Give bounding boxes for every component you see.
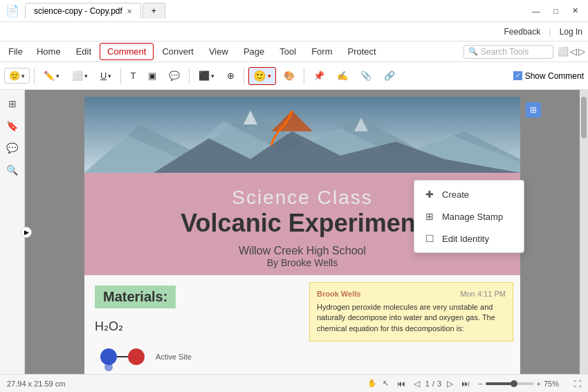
create-stamp-icon: ✚	[424, 189, 435, 200]
content-area: Science Class Volcanic Experiment Willow…	[25, 90, 580, 374]
area-arrow: ▾	[211, 73, 214, 80]
prev-page-btn[interactable]: ◁	[411, 378, 423, 389]
sidebar-bookmark-icon[interactable]: 🔖	[3, 116, 22, 136]
toolbar-separator-4	[244, 68, 244, 84]
toolbar-separator-2	[120, 68, 121, 84]
connector-btn[interactable]: ⊕	[222, 68, 239, 84]
external-link-icon: ⬜	[558, 46, 569, 57]
menu-protect[interactable]: Protect	[340, 44, 383, 59]
eraser-icon: ⬜	[72, 71, 83, 81]
stamp-active-arrow: ▾	[268, 73, 271, 80]
manage-stamp-label: Manage Stamp	[442, 212, 503, 222]
sidebar-pages-icon[interactable]: ⊞	[3, 94, 22, 113]
annotate-btn[interactable]: ✏️▾	[39, 68, 64, 84]
select-tool-icon[interactable]: ↖	[383, 379, 389, 388]
textbox-icon: ▣	[148, 71, 156, 81]
comment-header: Brook Wells Mon 4:11 PM	[317, 290, 506, 298]
area-btn[interactable]: ⬛▾	[194, 68, 219, 84]
next-page-btn[interactable]: ▷	[444, 378, 456, 389]
zoom-out-btn[interactable]: −	[478, 380, 482, 388]
title-bar-left: 📄 science-copy - Copy.pdf ✕ +	[6, 3, 165, 19]
menu-page[interactable]: Page	[237, 44, 271, 59]
zoom-area: − + 75%	[478, 380, 568, 388]
underline-btn[interactable]: U▾	[95, 68, 116, 84]
materials-left: Materials: H₂O₂	[84, 275, 302, 374]
link-icon: 🔗	[384, 71, 395, 81]
stamp-dropdown-menu: ✚ Create ⊞ Manage Stamp ☐ Edit Identity	[414, 180, 524, 253]
svg-point-7	[100, 348, 117, 365]
tab-close-button[interactable]: ✕	[127, 8, 132, 15]
comment-note: Brook Wells Mon 4:11 PM Hydrogen peroxid…	[309, 282, 513, 342]
eraser-arrow: ▾	[84, 73, 88, 80]
page-header-image	[84, 97, 520, 173]
paint-btn[interactable]: 🎨	[279, 68, 300, 84]
stamp-dropdown-arrow: ▾	[21, 73, 25, 80]
hand-tool-icon[interactable]: ✋	[367, 379, 377, 388]
create-stamp-item[interactable]: ✚ Create	[414, 183, 524, 205]
sidebar-search-icon[interactable]: 🔍	[3, 160, 22, 180]
zoom-slider[interactable]	[486, 382, 534, 385]
first-page-btn[interactable]: ⏮	[394, 378, 408, 389]
eraser-btn[interactable]: ⬜▾	[67, 68, 93, 84]
show-comment-checkbox[interactable]	[513, 71, 522, 80]
sidebar-comment-icon[interactable]: 💬	[3, 138, 22, 158]
last-page-btn[interactable]: ⏭	[459, 378, 472, 389]
paint-icon: 🎨	[284, 71, 295, 81]
login-link[interactable]: Log In	[560, 27, 582, 37]
comment-author: Brook Wells	[317, 290, 360, 298]
menu-bar: File Home Edit Comment Convert View Page…	[0, 41, 588, 62]
title-bar: 📄 science-copy - Copy.pdf ✕ + — □ ✕	[0, 0, 588, 22]
stamp-icon: 🙂	[9, 71, 20, 81]
menu-edit[interactable]: Edit	[69, 44, 98, 59]
pin-btn[interactable]: 📌	[309, 68, 329, 84]
nav-back-icon[interactable]: ◁	[570, 46, 577, 57]
signature-btn[interactable]: ✍	[332, 68, 353, 84]
close-button[interactable]: ✕	[568, 5, 582, 17]
minimize-button[interactable]: —	[528, 6, 544, 17]
zoom-slider-fill	[486, 382, 513, 385]
link-btn[interactable]: 🔗	[379, 68, 400, 84]
show-comment-label: Show Comment	[525, 71, 584, 81]
page-overlay-button[interactable]: ⊞	[526, 102, 541, 118]
stamp-tool-btn[interactable]: 🙂 ▾	[5, 68, 29, 83]
formula-area: H₂O₂ Active Site	[95, 319, 292, 374]
menu-comment[interactable]: Comment	[100, 43, 154, 60]
active-tab[interactable]: science-copy - Copy.pdf ✕	[25, 3, 141, 19]
area-icon: ⬛	[199, 71, 210, 81]
maximize-button[interactable]: □	[549, 6, 562, 17]
attachment-btn[interactable]: 📎	[356, 68, 376, 84]
comment-text: Hydrogen peroxide molecules are very uns…	[317, 302, 506, 334]
right-scrollbar[interactable]	[580, 90, 588, 374]
zoom-in-btn[interactable]: +	[537, 380, 541, 388]
menu-convert[interactable]: Convert	[155, 44, 201, 59]
textbox-btn[interactable]: ▣	[143, 68, 161, 84]
nav-forward-icon[interactable]: ▷	[578, 46, 585, 57]
search-tools-placeholder: Search Tools	[481, 47, 529, 57]
mountain-svg	[84, 97, 520, 173]
feedback-divider: |	[549, 26, 551, 37]
signature-icon: ✍	[337, 71, 348, 81]
active-site-label: Active Site	[156, 353, 192, 361]
menu-home[interactable]: Home	[30, 44, 68, 59]
tab-area: science-copy - Copy.pdf ✕ +	[25, 3, 165, 19]
menu-view[interactable]: View	[202, 44, 235, 59]
manage-stamp-icon: ⊞	[424, 211, 435, 222]
stamp-active-btn[interactable]: 🙂▾	[248, 67, 276, 85]
annotate-arrow: ▾	[56, 73, 59, 80]
edit-identity-item[interactable]: ☐ Edit Identity	[414, 227, 524, 250]
menu-form[interactable]: Form	[304, 44, 339, 59]
page-separator: /	[432, 380, 434, 388]
fullscreen-btn[interactable]: ⛶	[573, 380, 581, 388]
manage-stamp-item[interactable]: ⊞ Manage Stamp	[414, 205, 524, 227]
menu-file[interactable]: File	[3, 44, 28, 59]
text-btn[interactable]: T	[125, 68, 140, 84]
scroll-thumb[interactable]	[581, 97, 587, 138]
attachment-icon: 📎	[360, 71, 371, 81]
new-tab-button[interactable]: +	[143, 3, 165, 19]
sidebar-collapse-arrow[interactable]: ▶	[21, 227, 32, 238]
callout-btn[interactable]: 💬	[164, 68, 185, 84]
feedback-link[interactable]: Feedback	[504, 27, 541, 37]
materials-section: Materials: H₂O₂	[84, 275, 520, 374]
menu-tool[interactable]: Tool	[273, 44, 303, 59]
annotate-icon: ✏️	[44, 71, 55, 81]
